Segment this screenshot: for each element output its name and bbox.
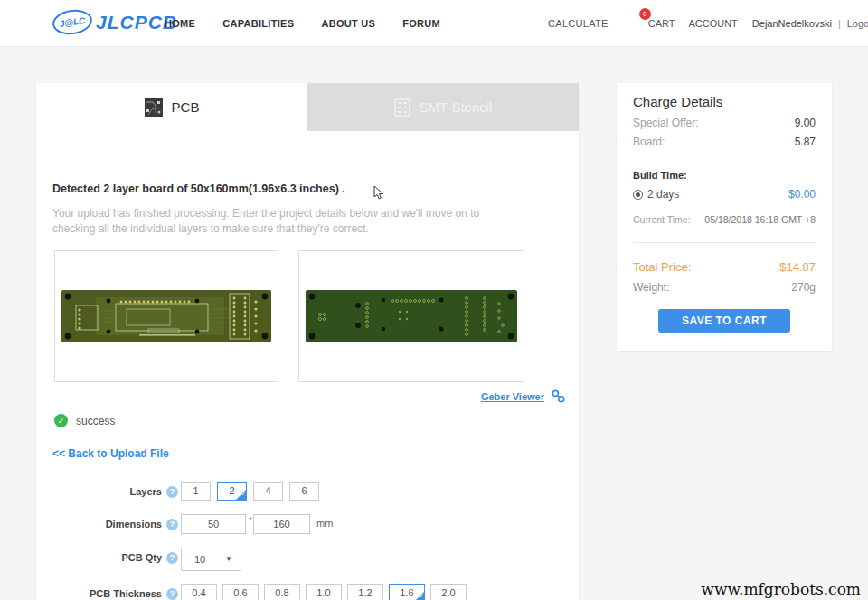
build-time-option[interactable]: 2 days (633, 188, 679, 201)
layers-label: Layers (130, 486, 162, 497)
pcb-qty-label-group: PCB Qty ? (36, 548, 178, 567)
nav-forum[interactable]: FORUM (402, 18, 440, 29)
current-time-label: Current Time: (633, 214, 691, 225)
layers-row: Layers ? 1 2✓ 4 6 (36, 482, 579, 505)
thickness-option-20[interactable]: 2.0 (430, 584, 467, 600)
dimension-separator: * (249, 516, 252, 526)
tab-smt-label: SMT-Stencil (420, 99, 493, 115)
pcb-icon (145, 98, 163, 117)
thickness-option-10[interactable]: 1.0 (306, 584, 342, 600)
pcb-qty-info-icon[interactable]: ? (166, 552, 178, 564)
thickness-option-04[interactable]: 0.4 (181, 584, 217, 600)
pcb-top-preview[interactable] (54, 250, 278, 382)
charge-details-panel: Charge Details Special Offer: 9.00 Board… (617, 83, 832, 351)
mouse-cursor-icon (373, 186, 386, 201)
dimension-width-input[interactable] (181, 514, 246, 534)
dimensions-label: Dimensions (106, 519, 162, 530)
gerber-viewer-row: Geber Viewer (362, 389, 565, 403)
watermark-text: www.mfgrobots.com (701, 580, 861, 598)
header-separator: | (838, 18, 841, 29)
main-nav: HOME CAPABILITIES ABOUT US FORUM (165, 0, 440, 47)
layers-option-4[interactable]: 4 (253, 482, 283, 501)
nav-calculate[interactable]: CALCULATE (548, 18, 609, 29)
logged-in-username[interactable]: DejanNedelkovski (752, 18, 832, 29)
thickness-option-16-selected[interactable]: 1.6✓ (389, 584, 425, 600)
charge-details-title: Charge Details (633, 94, 722, 109)
pcb-top-preview-image (61, 289, 271, 343)
board-price-row: Board: 5.87 (633, 136, 816, 148)
cart-count-badge: 0 (639, 8, 651, 20)
nav-about-us[interactable]: ABOUT US (321, 18, 375, 29)
build-time-radio[interactable] (633, 190, 643, 200)
tab-smt-stencil[interactable]: SMT-Stencil (307, 83, 579, 131)
weight-label: Weight: (633, 281, 669, 294)
pcb-qty-value: 10 (194, 554, 205, 565)
smt-stencil-icon (394, 98, 410, 117)
tab-pcb[interactable]: PCB (36, 83, 307, 131)
dimensions-label-group: Dimensions ? (36, 514, 178, 534)
save-to-cart-button[interactable]: SAVE TO CART (658, 309, 790, 333)
weight-value: 270g (791, 281, 816, 294)
jlcpcb-logo[interactable]: J@LC JLCPCB (52, 10, 177, 34)
dropdown-arrow-icon: ▼ (225, 555, 232, 563)
upload-description: Your upload has finished processing. Ent… (52, 206, 500, 237)
link-icon[interactable] (552, 389, 565, 403)
nav-home[interactable]: HOME (165, 18, 195, 29)
top-navigation-bar: J@LC JLCPCB HOME CAPABILITIES ABOUT US F… (0, 0, 868, 47)
dimension-unit: mm (316, 518, 333, 529)
thickness-options: 0.4 0.6 0.8 1.0 1.2 1.6✓ 2.0 (181, 584, 472, 600)
pcb-thickness-label-group: PCB Thickness ? (36, 584, 178, 600)
order-panel: PCB SMT-Stencil Detected 2 layer board o… (36, 83, 579, 600)
logo-ellipse-icon: J@LC (51, 7, 93, 37)
build-time-days: 2 days (647, 188, 679, 201)
layers-option-6[interactable]: 6 (289, 482, 319, 501)
pcb-thickness-info-icon[interactable]: ? (166, 588, 178, 600)
board-value: 5.87 (795, 136, 816, 148)
build-time-option-row: 2 days $0.00 (633, 188, 816, 201)
layers-option-1[interactable]: 1 (181, 482, 211, 501)
success-check-icon: ✓ (54, 414, 68, 427)
thickness-option-12[interactable]: 1.2 (347, 584, 383, 600)
board-label: Board: (633, 136, 665, 148)
layers-options: 1 2✓ 4 6 (181, 482, 326, 501)
cart-label: CART (648, 18, 675, 29)
status-text: success (76, 415, 115, 427)
pcb-bottom-preview[interactable] (298, 250, 524, 382)
nav-capabilities[interactable]: CAPABILITIES (222, 18, 294, 29)
dimension-height-input[interactable] (253, 514, 310, 534)
header-right-group: CALCULATE 0 CART ACCOUNT DejanNedelkovsk… (548, 0, 868, 47)
gerber-viewer-link[interactable]: Geber Viewer (481, 391, 544, 402)
total-price-value: $14.87 (779, 260, 816, 274)
back-to-upload-link[interactable]: << Back to Upload File (52, 447, 169, 460)
status-row: ✓ success (54, 414, 115, 427)
special-offer-row: Special Offer: 9.00 (633, 117, 816, 129)
total-price-label: Total Price: (633, 260, 691, 274)
pcb-bottom-preview-image (306, 289, 517, 343)
special-offer-value: 9.00 (795, 117, 816, 129)
pcb-thickness-row: PCB Thickness ? 0.4 0.6 0.8 1.0 1.2 1.6✓… (36, 584, 579, 600)
nav-cart[interactable]: 0 CART (648, 18, 675, 29)
thickness-option-08[interactable]: 0.8 (264, 584, 300, 600)
pcb-qty-row: PCB Qty ? 10 ▼ (36, 548, 579, 571)
layers-option-2-selected[interactable]: 2✓ (217, 482, 247, 501)
dimensions-row: Dimensions ? * mm (36, 514, 579, 538)
pcb-qty-label: PCB Qty (121, 552, 162, 563)
pcb-qty-dropdown[interactable]: 10 ▼ (181, 548, 241, 571)
special-offer-label: Special Offer: (633, 117, 698, 129)
pcb-thickness-label: PCB Thickness (90, 588, 162, 599)
charge-divider (633, 242, 816, 243)
selected-check-icon: ✓ (419, 587, 424, 600)
tab-pcb-label: PCB (172, 99, 200, 115)
current-time-row: Current Time: 05/18/2018 16:18 GMT +8 (633, 214, 816, 225)
selected-check-icon: ✓ (241, 485, 246, 502)
nav-account[interactable]: ACCOUNT (688, 18, 737, 29)
total-price-row: Total Price: $14.87 (633, 260, 816, 274)
detected-board-heading: Detected 2 layer board of 50x160mm(1.96x… (52, 183, 345, 195)
thickness-option-06[interactable]: 0.6 (222, 584, 259, 600)
layers-info-icon[interactable]: ? (166, 486, 178, 498)
logout-link[interactable]: Logout (847, 18, 868, 29)
weight-row: Weight: 270g (633, 281, 816, 294)
layers-label-group: Layers ? (36, 482, 178, 502)
build-time-label: Build Time: (633, 170, 687, 181)
dimensions-info-icon[interactable]: ? (166, 519, 178, 530)
